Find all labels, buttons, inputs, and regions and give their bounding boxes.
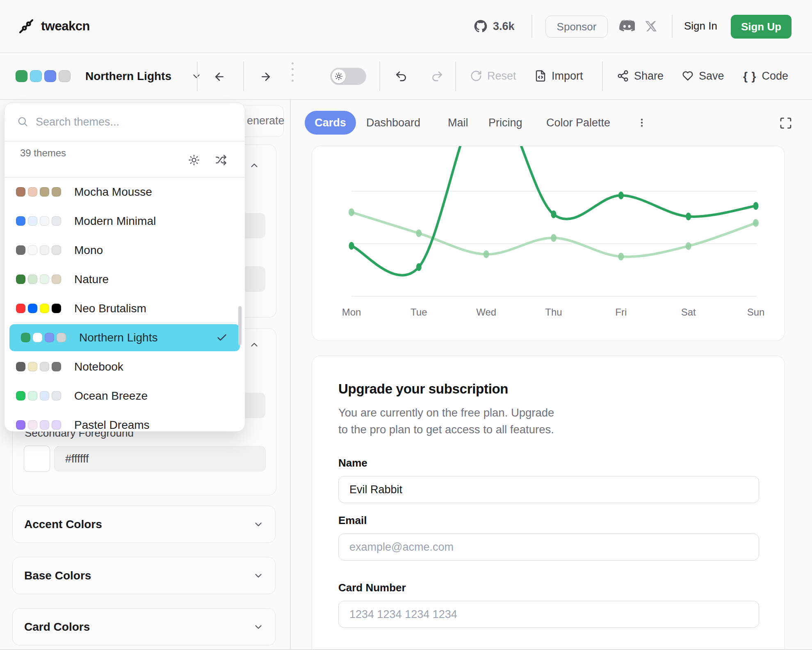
reset-button[interactable]: Reset xyxy=(470,70,516,82)
svg-text:Fri: Fri xyxy=(615,307,627,318)
theme-swatches xyxy=(16,420,64,430)
light-dark-toggle[interactable] xyxy=(330,68,366,85)
logo[interactable]: tweakcn xyxy=(18,0,90,53)
light-mode-filter-icon[interactable] xyxy=(188,154,200,166)
themes-count: 39 themes xyxy=(20,134,66,172)
theme-swatches xyxy=(16,391,64,401)
card-number-label: Card Number xyxy=(338,581,406,594)
tweakcn-logo-icon xyxy=(18,18,34,34)
name-input[interactable] xyxy=(338,476,759,503)
next-theme-button[interactable] xyxy=(260,71,272,83)
theme-chip xyxy=(30,70,42,82)
color-swatch xyxy=(52,187,61,197)
chevron-down-icon xyxy=(253,622,264,632)
color-swatch xyxy=(40,391,49,401)
color-swatch xyxy=(16,304,25,313)
theme-option-label: Neo Brutalism xyxy=(74,302,146,315)
theme-option-mocha-mousse[interactable]: Mocha Mousse xyxy=(5,177,245,206)
chevron-up-icon[interactable] xyxy=(249,160,260,171)
color-swatch xyxy=(33,333,42,342)
theme-option-ocean-breeze[interactable]: Ocean Breeze xyxy=(5,381,245,410)
theme-option-neo-brutalism[interactable]: Neo Brutalism xyxy=(5,294,245,323)
heart-icon xyxy=(682,70,694,82)
tab-color-palette[interactable]: Color Palette xyxy=(546,117,610,129)
theme-option-mono[interactable]: Mono xyxy=(5,236,245,265)
color-swatch xyxy=(40,275,49,284)
fullscreen-icon[interactable] xyxy=(779,117,792,130)
import-file-icon xyxy=(534,70,547,82)
color-swatch xyxy=(28,362,37,371)
x-twitter-link[interactable] xyxy=(645,0,657,53)
github-icon xyxy=(474,20,487,33)
svg-text:Sun: Sun xyxy=(747,307,765,318)
accordion-card-colors[interactable]: Card Colors xyxy=(12,608,276,645)
color-swatch xyxy=(52,275,61,284)
tweakcn-app: tweakcn 3.6k Sponsor Sign In Sign Up No xyxy=(0,0,812,650)
theme-option-label: Notebook xyxy=(74,360,123,373)
color-swatch xyxy=(16,420,25,430)
secondary-foreground-swatch[interactable] xyxy=(24,446,50,472)
prev-theme-button[interactable] xyxy=(213,71,226,83)
sign-in-button[interactable]: Sign In xyxy=(684,20,717,32)
theme-search-dropdown: 39 themes Mocha MousseModern MinimalMono… xyxy=(4,103,245,432)
svg-text:Sat: Sat xyxy=(681,307,696,318)
theme-swatches xyxy=(16,304,64,313)
chevron-up-icon[interactable] xyxy=(249,339,260,350)
header-divider-1 xyxy=(531,15,532,38)
color-swatch xyxy=(28,245,37,255)
arrow-left-icon xyxy=(213,71,226,83)
chevron-down-icon xyxy=(253,519,264,530)
color-swatch xyxy=(52,362,61,371)
accordion-base-colors[interactable]: Base Colors xyxy=(12,557,276,594)
theme-option-label: Northern Lights xyxy=(79,331,157,344)
shuffle-icon[interactable] xyxy=(215,154,227,166)
panel-divider xyxy=(290,99,291,650)
theme-option-modern-minimal[interactable]: Modern Minimal xyxy=(5,206,245,236)
theme-swatches xyxy=(16,275,64,284)
toggle-knob xyxy=(332,69,346,83)
svg-text:Thu: Thu xyxy=(545,307,562,318)
theme-option-nature[interactable]: Nature xyxy=(5,265,245,294)
color-swatch xyxy=(16,362,25,371)
sponsor-button[interactable]: Sponsor xyxy=(545,16,608,38)
tab-pricing[interactable]: Pricing xyxy=(488,117,522,129)
theme-option-label: Nature xyxy=(74,273,109,286)
github-link[interactable]: 3.6k xyxy=(474,0,515,53)
theme-option-notebook[interactable]: Notebook xyxy=(5,352,245,381)
color-swatch xyxy=(16,245,25,255)
secondary-foreground-hex-input[interactable]: #ffffff xyxy=(54,446,266,471)
discord-link[interactable] xyxy=(618,0,635,53)
email-input[interactable] xyxy=(338,533,759,561)
accordion-accent-colors[interactable]: Accent Colors xyxy=(12,506,276,543)
arrow-right-icon xyxy=(260,71,272,83)
theme-selector[interactable]: Northern Lights xyxy=(16,53,202,99)
chevron-down-icon xyxy=(191,71,202,82)
theme-option-label: Mono xyxy=(74,244,103,257)
color-swatch xyxy=(16,391,25,401)
undo-button[interactable] xyxy=(395,70,408,83)
card-number-input[interactable] xyxy=(338,601,759,628)
tab-mail[interactable]: Mail xyxy=(448,117,468,129)
redo-button[interactable] xyxy=(431,70,444,83)
code-button[interactable]: { } Code xyxy=(743,70,788,83)
redo-icon xyxy=(431,70,444,83)
color-swatch xyxy=(28,216,37,226)
dropdown-scrollbar[interactable] xyxy=(238,306,242,345)
theme-chips xyxy=(16,70,73,82)
import-button[interactable]: Import xyxy=(534,70,583,82)
theme-option-pastel-dreams[interactable]: Pastel Dreams xyxy=(5,410,245,432)
save-button[interactable]: Save xyxy=(682,70,724,82)
more-tabs-icon[interactable] xyxy=(636,117,647,128)
panel-resize-handle[interactable] xyxy=(292,61,294,84)
sun-icon xyxy=(335,72,343,80)
share-button[interactable]: Share xyxy=(617,70,664,82)
sign-up-button[interactable]: Sign Up xyxy=(731,15,791,39)
generate-button-fragment[interactable]: enerate xyxy=(247,114,285,127)
tab-cards[interactable]: Cards xyxy=(305,111,356,135)
name-label: Name xyxy=(338,457,367,469)
header-divider-2 xyxy=(672,15,673,38)
theme-chip xyxy=(16,70,27,82)
theme-option-northern-lights[interactable]: Northern Lights xyxy=(9,324,240,351)
tab-dashboard[interactable]: Dashboard xyxy=(366,117,420,129)
exercise-chart-card: MonTueWedThuFriSatSun xyxy=(312,146,785,341)
